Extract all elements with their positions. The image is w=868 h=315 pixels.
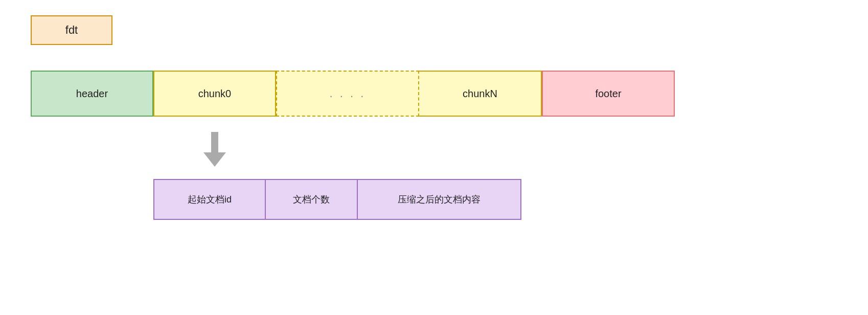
chunk-detail-row: 起始文档id 文档个数 压缩之后的文档内容 bbox=[153, 179, 521, 220]
chunk-seg-compressed-content-label: 压缩之后的文档内容 bbox=[398, 193, 481, 206]
arrow-shaft bbox=[211, 132, 218, 152]
seg-chunk0-label: chunk0 bbox=[198, 88, 232, 100]
seg-chunk0: chunk0 bbox=[153, 71, 276, 117]
chunk-seg-compressed-content: 压缩之后的文档内容 bbox=[358, 179, 521, 220]
chunk-seg-doc-count-label: 文档个数 bbox=[293, 193, 330, 206]
chunk-seg-start-doc-id: 起始文档id bbox=[153, 179, 266, 220]
structure-row: header chunk0 . . . . chunkN footer bbox=[31, 71, 808, 117]
fdt-box: fdt bbox=[31, 15, 112, 45]
arrow-head bbox=[203, 152, 226, 167]
seg-footer-label: footer bbox=[595, 88, 621, 100]
seg-header-label: header bbox=[76, 88, 108, 100]
seg-dots-label: . . . . bbox=[330, 87, 366, 100]
seg-chunkN-label: chunkN bbox=[463, 88, 497, 100]
seg-footer: footer bbox=[542, 71, 675, 117]
chunk-seg-doc-count: 文档个数 bbox=[266, 179, 358, 220]
seg-dots: . . . . bbox=[276, 71, 419, 117]
chunk-seg-start-doc-id-label: 起始文档id bbox=[188, 193, 232, 206]
fdt-label: fdt bbox=[65, 24, 78, 36]
arrow-container bbox=[31, 132, 808, 167]
seg-header: header bbox=[31, 71, 153, 117]
arrow-down-icon bbox=[202, 132, 227, 167]
page: fdt header chunk0 . . . . chunkN footer … bbox=[0, 0, 868, 315]
seg-chunkN: chunkN bbox=[419, 71, 542, 117]
